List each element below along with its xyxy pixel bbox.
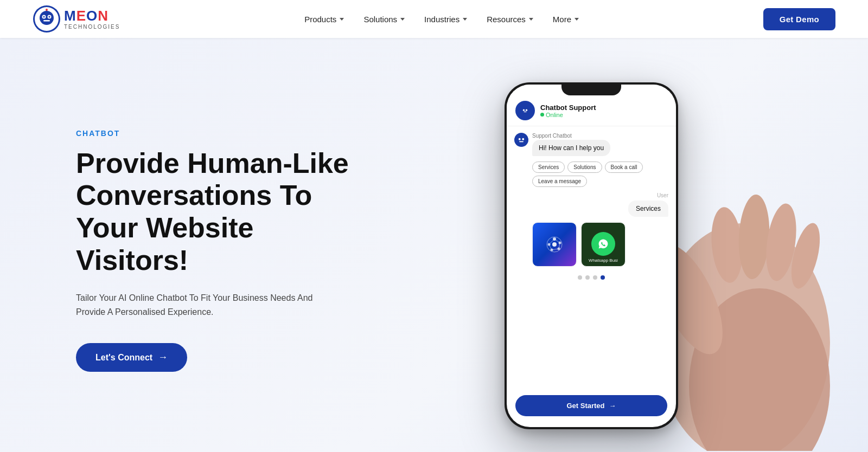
svg-line-34 [549, 244, 552, 250]
svg-point-13 [709, 206, 745, 284]
logo: MEON Technologies [33, 5, 120, 33]
svg-point-16 [786, 221, 826, 292]
svg-rect-7 [43, 20, 50, 22]
status-dot-icon [540, 113, 544, 117]
hero-visual: Chatbot Support Online [369, 72, 814, 429]
svg-point-11 [689, 288, 830, 451]
svg-rect-20 [524, 112, 527, 112]
chevron-down-icon [463, 18, 467, 21]
hero-content: CHATBOT Provide Human-Like Conversations… [76, 129, 369, 372]
dot-1 [578, 275, 582, 280]
svg-point-21 [515, 133, 527, 146]
user-label: User [657, 192, 668, 198]
dot-4-active [601, 275, 605, 280]
lets-connect-button[interactable]: Let's Connect → [76, 343, 187, 372]
nav-link-products[interactable]: Products [304, 15, 344, 24]
chip-book-call[interactable]: Book a call [605, 162, 643, 173]
logo-sub: Technologies [64, 24, 120, 30]
svg-point-17 [521, 106, 530, 115]
nav-item-resources[interactable]: Resources [487, 15, 533, 24]
chevron-down-icon [340, 18, 344, 21]
svg-point-9 [46, 9, 48, 11]
hero-section: CHATBOT Provide Human-Like Conversations… [0, 38, 868, 452]
chip-services[interactable]: Services [532, 162, 565, 173]
svg-point-15 [762, 202, 801, 283]
chat-header-info: Chatbot Support Online [540, 104, 667, 118]
phone-screen: Chatbot Support Online [507, 85, 676, 427]
bot-message-avatar [514, 133, 528, 147]
nav-item-industries[interactable]: Industries [424, 15, 467, 24]
chat-chips: Services Solutions Book a call Leave a m… [532, 162, 668, 187]
nav-link-resources[interactable]: Resources [487, 15, 533, 24]
svg-point-19 [526, 109, 527, 111]
svg-line-31 [554, 239, 560, 243]
chevron-down-icon [529, 18, 533, 21]
nav-item-more[interactable]: More [553, 15, 579, 24]
svg-point-5 [43, 16, 45, 18]
chat-status: Online [540, 112, 667, 118]
ai-brain-icon [541, 231, 568, 258]
chat-bubble-greeting: Hi! How can I help you [532, 140, 610, 156]
phone-shell: Chatbot Support Online [505, 82, 678, 429]
nav-links: Products Solutions Industries Resources [304, 15, 579, 24]
bot-avatar-icon [520, 105, 531, 116]
chat-bubble-user: Services [628, 201, 668, 217]
whatsapp-label: Whatsapp Busi [589, 258, 618, 263]
service-cards: Whatsapp Busi [532, 222, 668, 267]
bot-label: Support Chatbot [532, 133, 610, 139]
phone-mockup: Chatbot Support Online [505, 82, 678, 429]
ai-service-card [532, 222, 577, 267]
hero-title: Provide Human-Like Conversations To Your… [76, 147, 369, 277]
arrow-icon: → [158, 352, 168, 363]
chat-body: Support Chatbot Hi! How can I help you S… [507, 126, 676, 391]
svg-point-22 [519, 138, 521, 140]
chevron-down-icon [575, 18, 579, 21]
get-started-bar: Get Started → [507, 391, 676, 427]
chat-name: Chatbot Support [540, 104, 667, 112]
whatsapp-icon [591, 232, 615, 256]
hero-tag: CHATBOT [76, 129, 369, 138]
whatsapp-service-card: Whatsapp Busi [581, 222, 626, 267]
user-message-row: User Services [514, 192, 668, 217]
nav-link-more[interactable]: More [553, 15, 579, 24]
carousel-dots [514, 275, 668, 280]
get-demo-button[interactable]: Get Demo [763, 8, 835, 30]
svg-point-6 [49, 16, 50, 18]
get-started-button[interactable]: Get Started → [515, 395, 667, 416]
chevron-down-icon [400, 18, 405, 21]
phone-notch [561, 82, 621, 95]
dot-2 [585, 275, 590, 280]
bot-message-row: Support Chatbot Hi! How can I help you [514, 133, 668, 156]
chip-solutions[interactable]: Solutions [567, 162, 602, 173]
whatsapp-logo [596, 236, 611, 251]
bot-message-content: Support Chatbot Hi! How can I help you [532, 133, 610, 156]
svg-point-14 [737, 194, 771, 280]
svg-point-10 [656, 223, 830, 451]
logo-brand: MEON [64, 8, 120, 24]
bot-icon [514, 133, 528, 147]
nav-item-solutions[interactable]: Solutions [363, 15, 405, 24]
nav-item-products[interactable]: Products [304, 15, 344, 24]
svg-point-23 [522, 138, 524, 140]
hero-subtitle: Tailor Your AI Online Chatbot To Fit You… [76, 291, 326, 320]
logo-icon [33, 5, 61, 33]
svg-point-18 [523, 109, 525, 111]
chip-leave-message[interactable]: Leave a message [532, 176, 587, 187]
svg-point-36 [552, 242, 557, 247]
navbar: MEON Technologies Products Solutions Ind… [0, 0, 868, 38]
nav-link-solutions[interactable]: Solutions [363, 15, 405, 24]
chatbot-avatar [515, 101, 535, 120]
svg-rect-24 [519, 141, 524, 143]
dot-3 [593, 275, 597, 280]
logo-text: MEON Technologies [64, 8, 120, 30]
nav-link-industries[interactable]: Industries [424, 15, 467, 24]
